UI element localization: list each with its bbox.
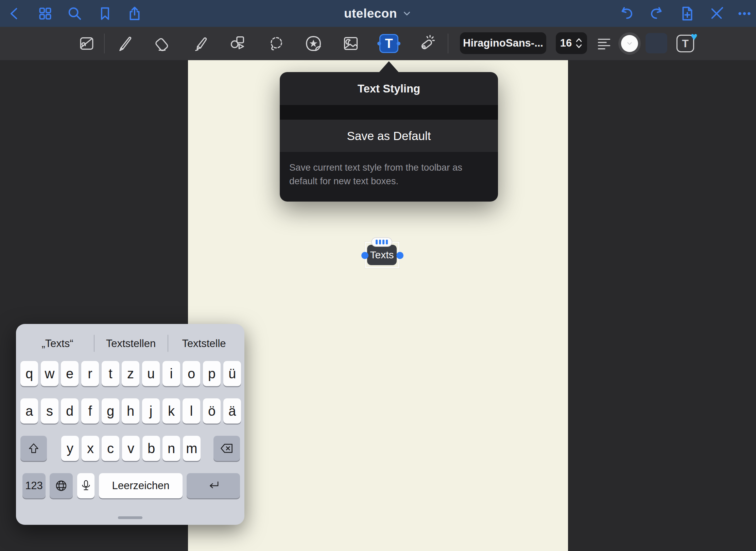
backspace-key[interactable] — [213, 436, 240, 461]
popup-arrow — [378, 61, 399, 73]
key-r[interactable]: r — [81, 361, 99, 386]
eraser-tool[interactable] — [152, 33, 174, 54]
document-title-button[interactable]: utelecon — [0, 0, 756, 27]
key-n[interactable]: n — [162, 436, 180, 461]
stylus-toggle-button[interactable] — [707, 4, 726, 23]
laser-pointer-icon — [417, 34, 436, 53]
key-y[interactable]: y — [61, 436, 79, 461]
suggestion-quoted[interactable]: „Texts“ — [42, 336, 73, 351]
resize-handle-left[interactable] — [361, 252, 368, 259]
save-as-default-button[interactable]: Save as Default — [280, 120, 498, 152]
saved-text-style-button[interactable]: T ♥ — [676, 34, 695, 53]
font-family-button[interactable]: HiraginoSans-... — [460, 32, 546, 54]
more-button[interactable] — [735, 4, 754, 23]
sticker-star-icon — [304, 34, 323, 53]
key-m[interactable]: m — [183, 436, 201, 461]
app-window: utelecon — [0, 0, 756, 551]
key-j[interactable]: j — [142, 398, 160, 424]
lasso-icon — [267, 35, 285, 52]
key-o[interactable]: o — [183, 361, 200, 386]
pen-x-icon — [709, 6, 724, 21]
key-l[interactable]: l — [183, 398, 200, 424]
suggestion-2[interactable]: Textstelle — [182, 336, 226, 351]
add-page-button[interactable] — [677, 4, 697, 23]
panel-mode-button[interactable] — [75, 33, 97, 54]
key-oe[interactable]: ö — [203, 398, 221, 424]
pen-icon — [117, 35, 134, 52]
text-tool-icon: T — [385, 37, 393, 50]
color-slot-highlight — [646, 33, 667, 53]
globe-key[interactable] — [50, 473, 73, 498]
popup-title: Text Styling — [280, 72, 498, 105]
key-q[interactable]: q — [20, 361, 38, 386]
suggestion-1[interactable]: Textstellen — [106, 336, 156, 351]
key-s[interactable]: s — [41, 398, 58, 424]
highlighter-tool[interactable] — [190, 33, 212, 54]
key-f[interactable]: f — [81, 398, 99, 424]
redo-button[interactable] — [647, 4, 667, 23]
textbox-drag-handle[interactable] — [371, 237, 392, 247]
image-tool[interactable] — [340, 33, 362, 54]
key-u[interactable]: u — [142, 361, 160, 386]
stepper-chevrons-icon — [575, 37, 583, 49]
key-z[interactable]: z — [122, 361, 139, 386]
key-d[interactable]: d — [61, 398, 79, 424]
undo-button[interactable] — [617, 4, 636, 23]
text-object-label: Texts — [370, 249, 394, 261]
undo-icon — [619, 6, 634, 21]
shift-key[interactable] — [20, 436, 47, 461]
drag-bar-icon — [376, 240, 378, 244]
lasso-tool[interactable] — [265, 33, 287, 54]
text-styling-popup: Text Styling Save as Default Save curren… — [280, 72, 498, 202]
numbers-key[interactable]: 123 — [22, 473, 46, 498]
key-b[interactable]: b — [142, 436, 160, 461]
pen-tool[interactable] — [115, 33, 136, 54]
shapes-tool[interactable] — [227, 33, 248, 54]
key-g[interactable]: g — [102, 398, 119, 424]
key-ae[interactable]: ä — [223, 398, 241, 424]
text-tool-selected[interactable]: T — [379, 34, 398, 53]
font-size-value: 16 — [560, 37, 572, 49]
resize-handle-right[interactable] — [396, 252, 403, 259]
chevron-down-icon — [402, 8, 412, 19]
font-size-stepper[interactable]: 16 — [556, 32, 587, 54]
laser-pointer-tool[interactable] — [416, 33, 437, 54]
return-icon — [206, 479, 221, 493]
drag-bar-icon — [386, 240, 388, 244]
dictation-key[interactable] — [77, 473, 94, 498]
space-key[interactable]: Leerzeichen — [99, 473, 183, 498]
globe-icon — [54, 479, 68, 493]
key-ue[interactable]: ü — [223, 361, 241, 386]
microphone-icon — [80, 479, 92, 492]
color-swatch-white — [621, 35, 638, 52]
text-object[interactable]: Texts — [367, 245, 397, 265]
text-alignment-button[interactable] — [593, 33, 615, 54]
key-c[interactable]: c — [102, 436, 119, 461]
text-color-button[interactable] — [618, 32, 641, 55]
keyboard-drag-indicator[interactable] — [118, 516, 142, 519]
key-i[interactable]: i — [162, 361, 180, 386]
onscreen-keyboard: „Texts“ Textstellen Textstelle q w e r t… — [16, 324, 244, 525]
key-x[interactable]: x — [82, 436, 99, 461]
shift-icon — [27, 442, 40, 455]
key-t[interactable]: t — [102, 361, 119, 386]
key-p[interactable]: p — [203, 361, 221, 386]
key-k[interactable]: k — [162, 398, 180, 424]
ellipsis-icon — [737, 6, 752, 21]
popup-description: Save current text style from the toolbar… — [280, 152, 498, 202]
heart-icon: ♥ — [691, 31, 698, 42]
shapes-icon — [229, 35, 246, 52]
font-name-label: HiraginoSans-... — [463, 37, 543, 49]
stickers-tool[interactable] — [303, 33, 324, 54]
align-left-icon — [596, 35, 613, 52]
toolbar-separator — [104, 34, 105, 53]
editing-toolbar: T HiraginoSans-... 16 — [0, 27, 756, 60]
return-key[interactable] — [187, 473, 240, 498]
key-v[interactable]: v — [122, 436, 140, 461]
key-h[interactable]: h — [122, 398, 139, 424]
top-navigation-bar: utelecon — [0, 0, 756, 27]
key-a[interactable]: a — [20, 398, 38, 424]
key-w[interactable]: w — [41, 361, 58, 386]
popup-separator-band — [280, 105, 498, 120]
key-e[interactable]: e — [61, 361, 79, 386]
